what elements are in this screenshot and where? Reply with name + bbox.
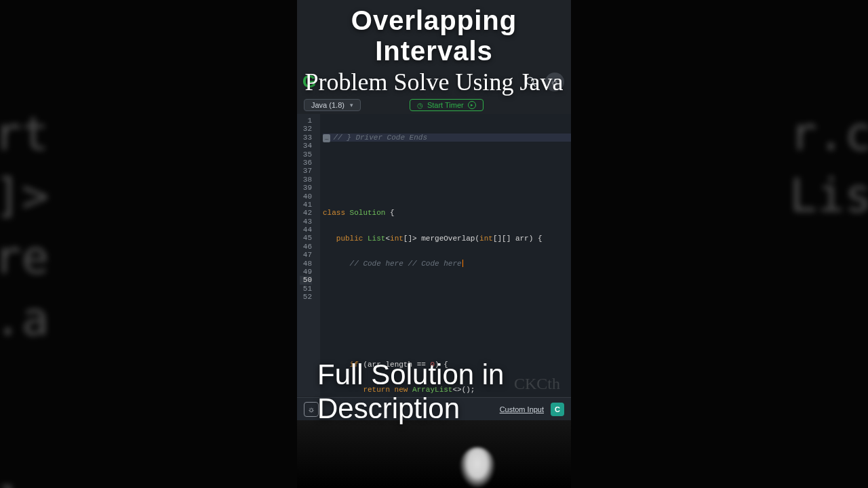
cta-line2: Description [317, 392, 504, 426]
code-editor[interactable]: 1323334353637383940414243444546474849505… [297, 114, 571, 396]
app-viewport: Overlapping Intervals Problem Solve Usin… [297, 0, 571, 488]
editor-toolbar: Java (1.8) ▾ ◷ Start Timer ▸ [297, 96, 571, 114]
thumb-blur [460, 447, 495, 488]
text-cursor [462, 260, 463, 267]
watermark: CKCth [514, 375, 560, 393]
code-area[interactable]: …// } Driver Code Ends class Solution { … [320, 114, 571, 396]
chevron-down-icon: ▾ [350, 102, 353, 108]
play-icon: ▸ [468, 101, 476, 109]
cta-line1: Full Solution in [317, 358, 504, 392]
cta-overlay: Full Solution in Description [317, 358, 504, 426]
language-select[interactable]: Java (1.8) ▾ [304, 99, 361, 111]
title-main: Overlapping Intervals [297, 5, 571, 66]
custom-input-link[interactable]: Custom Input [500, 405, 544, 413]
overlay-title: Overlapping Intervals Problem Solve Usin… [297, 5, 571, 96]
start-timer-label: Start Timer [427, 101, 464, 109]
compile-button[interactable]: C [551, 403, 564, 416]
below-fold-dark [297, 420, 571, 488]
line-gutter: 1323334353637383940414243444546474849505… [297, 114, 316, 396]
theme-toggle-small[interactable]: ☼ [304, 402, 319, 417]
title-sub: Problem Solve Using Java [297, 68, 571, 96]
start-timer-button[interactable]: ◷ Start Timer ▸ [410, 99, 484, 111]
fold-marker[interactable]: … [323, 134, 330, 142]
language-label: Java (1.8) [311, 101, 344, 109]
clock-icon: ◷ [417, 102, 423, 109]
